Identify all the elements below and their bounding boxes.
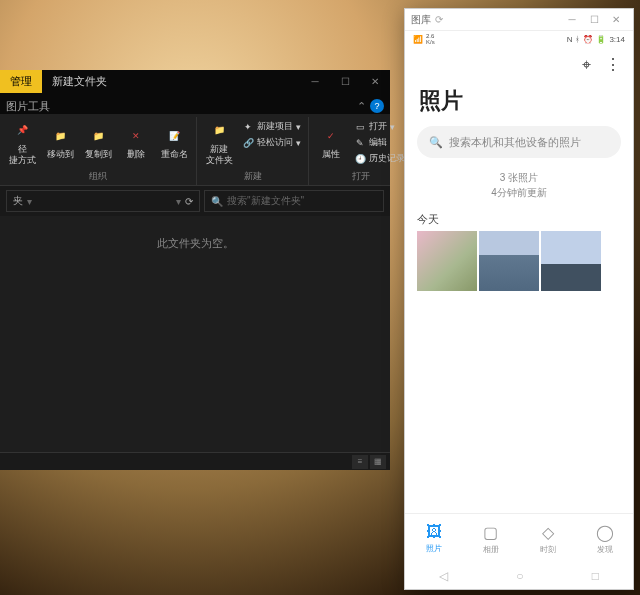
albums-icon: ▢: [483, 523, 498, 542]
move-to-button[interactable]: 📁移动到: [42, 117, 78, 168]
gallery-search[interactable]: 🔍 搜索本机和其他设备的照片: [417, 126, 621, 158]
close-button[interactable]: ✕: [360, 70, 390, 92]
sync-icon: ⟳: [435, 14, 443, 25]
photo-thumbnail[interactable]: [479, 231, 539, 291]
gallery-window-title: 图库: [411, 13, 431, 27]
group-label-open: 打开: [352, 168, 370, 185]
group-label-organize: 组织: [89, 168, 107, 185]
tab-manage[interactable]: 管理: [0, 70, 42, 93]
more-menu-icon[interactable]: ⋮: [605, 55, 621, 74]
home-button[interactable]: ○: [516, 569, 523, 583]
gallery-title: 照片: [405, 82, 633, 126]
copy-to-button[interactable]: 📁复制到: [80, 117, 116, 168]
bottom-nav: 🖼照片 ▢相册 ◇时刻 ◯发现: [405, 513, 633, 563]
explorer-titlebar: 管理 新建文件夹 ─ ☐ ✕: [0, 70, 390, 98]
alarm-icon: ⏰: [583, 35, 593, 44]
bluetooth-icon: ᚼ: [575, 35, 580, 44]
maximize-button[interactable]: ☐: [330, 70, 360, 92]
ribbon: 📌径 捷方式 📁移动到 📁复制到 ✕删除 📝重命名 组织 📁新建 文件夹 ✦新建…: [0, 114, 390, 186]
rename-button[interactable]: 📝重命名: [156, 117, 192, 168]
properties-button[interactable]: ✓属性: [313, 117, 349, 168]
photo-thumbnail[interactable]: [417, 231, 477, 291]
phone-screen: 📶2.6 K/s Nᚼ⏰🔋3:14 ⌖ ⋮ 照片 🔍 搜索本机和其他设备的照片 …: [405, 31, 633, 589]
pin-shortcut-button[interactable]: 📌径 捷方式: [4, 117, 40, 168]
gallery-app-window: 图库 ⟳ ─ ☐ ✕ 📶2.6 K/s Nᚼ⏰🔋3:14 ⌖ ⋮ 照片 🔍 搜索…: [404, 8, 634, 590]
recent-button[interactable]: □: [592, 569, 599, 583]
android-nav-bar: ◁ ○ □: [405, 563, 633, 589]
subtab-picture-tools[interactable]: 图片工具: [6, 99, 50, 114]
phone-status-bar: 📶2.6 K/s Nᚼ⏰🔋3:14: [405, 31, 633, 47]
nav-discover[interactable]: ◯发现: [576, 514, 633, 563]
search-box[interactable]: 🔍 搜索"新建文件夹": [204, 190, 384, 212]
easy-access-button[interactable]: 🔗轻松访问▾: [239, 135, 304, 150]
help-icon[interactable]: ?: [370, 99, 384, 113]
delete-button[interactable]: ✕删除: [118, 117, 154, 168]
section-today: 今天: [405, 208, 633, 291]
section-label-today: 今天: [417, 208, 621, 231]
gallery-titlebar: 图库 ⟳ ─ ☐ ✕: [405, 9, 633, 31]
nav-moments[interactable]: ◇时刻: [519, 514, 576, 563]
moments-icon: ◇: [542, 523, 554, 542]
new-folder-button[interactable]: 📁新建 文件夹: [201, 117, 237, 168]
edit-button[interactable]: ✎编辑: [351, 135, 408, 150]
back-button[interactable]: ◁: [439, 569, 448, 583]
view-thumbnails-icon[interactable]: ▦: [370, 455, 386, 469]
new-item-button[interactable]: ✦新建项目▾: [239, 119, 304, 134]
gallery-meta: 3 张照片 4分钟前更新: [405, 158, 633, 208]
minimize-button[interactable]: ─: [300, 70, 330, 92]
open-button[interactable]: ▭打开▾: [351, 119, 408, 134]
history-button[interactable]: 🕘历史记录: [351, 151, 408, 166]
status-bar: ≡ ▦: [0, 452, 390, 470]
ribbon-collapse-icon[interactable]: ⌃: [357, 100, 366, 113]
location-icon[interactable]: ⌖: [582, 56, 591, 74]
address-bar[interactable]: 夹▾ ▾ ⟳: [6, 190, 200, 212]
battery-icon: 🔋: [596, 35, 606, 44]
photos-icon: 🖼: [426, 523, 442, 541]
search-icon: 🔍: [429, 136, 443, 149]
address-bar-row: 夹▾ ▾ ⟳ 🔍 搜索"新建文件夹": [0, 186, 390, 216]
photo-thumbnail[interactable]: [541, 231, 601, 291]
nav-albums[interactable]: ▢相册: [462, 514, 519, 563]
group-label-new: 新建: [244, 168, 262, 185]
refresh-icon[interactable]: ⟳: [185, 196, 193, 207]
tab-folder-name: 新建文件夹: [42, 70, 117, 93]
discover-icon: ◯: [596, 523, 614, 542]
phone-minimize-button[interactable]: ─: [561, 14, 583, 25]
empty-folder-message: 此文件夹为空。: [157, 236, 234, 251]
view-details-icon[interactable]: ≡: [352, 455, 368, 469]
search-icon: 🔍: [211, 196, 223, 207]
folder-content-area: 此文件夹为空。: [0, 216, 390, 452]
gallery-header: ⌖ ⋮: [405, 47, 633, 82]
wifi-icon: 📶: [413, 35, 423, 44]
nfc-icon: N: [567, 35, 573, 44]
phone-close-button[interactable]: ✕: [605, 14, 627, 25]
file-explorer-window: 管理 新建文件夹 ─ ☐ ✕ 图片工具 ⌃ ? 📌径 捷方式 📁移动到 📁复制到…: [0, 70, 390, 470]
phone-maximize-button[interactable]: ☐: [583, 14, 605, 25]
explorer-subtab-bar: 图片工具 ⌃ ?: [0, 98, 390, 114]
nav-photos[interactable]: 🖼照片: [405, 514, 462, 563]
